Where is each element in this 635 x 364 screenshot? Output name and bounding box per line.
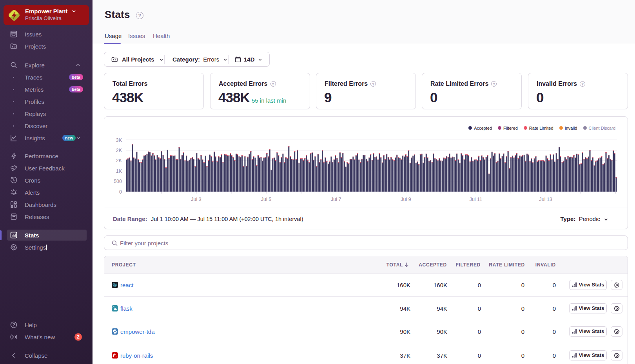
svg-text:2K: 2K: [116, 148, 122, 153]
svg-text:Jul 3: Jul 3: [191, 197, 201, 202]
svg-text:Jul 5: Jul 5: [261, 197, 271, 202]
svg-text:0: 0: [119, 189, 122, 195]
svg-text:Jul 9: Jul 9: [401, 197, 411, 202]
svg-text:500: 500: [114, 179, 122, 184]
svg-text:1K: 1K: [116, 168, 122, 174]
svg-text:Jul 7: Jul 7: [331, 197, 341, 202]
svg-text:3K: 3K: [116, 138, 122, 143]
svg-text:2K: 2K: [116, 158, 122, 163]
svg-text:Jul 13: Jul 13: [539, 197, 552, 202]
svg-text:Jul 11: Jul 11: [470, 197, 482, 202]
